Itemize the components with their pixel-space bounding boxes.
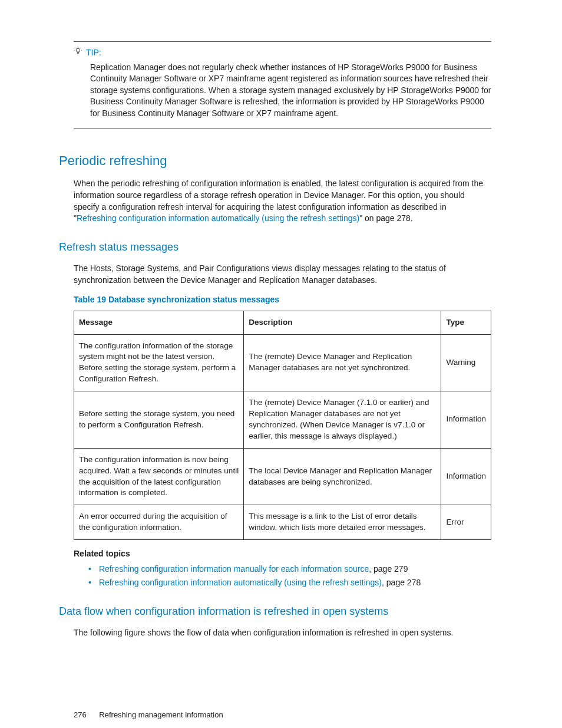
cell-message: The configuration information is now bei… bbox=[74, 448, 244, 505]
table-header-message: Message bbox=[74, 311, 244, 334]
cell-type: Error bbox=[441, 505, 491, 540]
status-messages-table: Message Description Type The configurati… bbox=[74, 311, 491, 540]
list-item: Refreshing configuration information aut… bbox=[88, 577, 491, 589]
table-row: Before setting the storage system, you n… bbox=[74, 391, 491, 449]
data-flow-body: The following figure shows the flow of d… bbox=[74, 627, 491, 639]
page-footer: 276 Refreshing management information bbox=[74, 710, 491, 720]
periodic-refreshing-heading: Periodic refreshing bbox=[59, 152, 491, 170]
related-topics-list: Refreshing configuration information man… bbox=[88, 564, 491, 589]
svg-line-4 bbox=[75, 48, 76, 48]
periodic-body-post: " on page 278. bbox=[359, 213, 413, 223]
tip-label: TIP: bbox=[86, 47, 101, 59]
svg-point-0 bbox=[76, 48, 80, 52]
related-link-manual-refresh[interactable]: Refreshing configuration information man… bbox=[99, 564, 369, 574]
refresh-status-intro: The Hosts, Storage Systems, and Pair Con… bbox=[74, 263, 491, 286]
svg-line-5 bbox=[80, 48, 81, 48]
cell-description: This message is a link to the List of er… bbox=[244, 505, 441, 540]
related-link-suffix: , page 279 bbox=[369, 564, 408, 574]
page-number: 276 bbox=[74, 710, 87, 719]
table-row: An error occurred during the acquisition… bbox=[74, 505, 491, 540]
table-row: The configuration information of the sto… bbox=[74, 334, 491, 391]
refresh-status-heading: Refresh status messages bbox=[59, 240, 491, 255]
footer-title: Refreshing management information bbox=[99, 710, 223, 719]
table-header-type: Type bbox=[441, 311, 491, 334]
table-header-description: Description bbox=[244, 311, 441, 334]
related-topics-heading: Related topics bbox=[74, 548, 491, 560]
cell-type: Information bbox=[441, 448, 491, 505]
tip-callout: TIP: Replication Manager does not regula… bbox=[74, 41, 491, 129]
table-caption: Table 19 Database synchronization status… bbox=[74, 294, 491, 306]
table-row: The configuration information is now bei… bbox=[74, 448, 491, 505]
cell-description: The (remote) Device Manager and Replicat… bbox=[244, 334, 441, 391]
periodic-refresh-settings-link[interactable]: Refreshing configuration information aut… bbox=[77, 213, 359, 223]
cell-message: Before setting the storage system, you n… bbox=[74, 391, 244, 449]
lightbulb-icon bbox=[74, 47, 82, 59]
cell-message: An error occurred during the acquisition… bbox=[74, 505, 244, 540]
cell-type: Information bbox=[441, 391, 491, 449]
tip-body: Replication Manager does not regularly c… bbox=[90, 62, 491, 120]
related-link-suffix: , page 278 bbox=[382, 578, 421, 587]
list-item: Refreshing configuration information man… bbox=[88, 564, 491, 575]
data-flow-heading: Data flow when configuration information… bbox=[59, 604, 491, 619]
related-link-auto-refresh[interactable]: Refreshing configuration information aut… bbox=[99, 578, 382, 587]
cell-description: The local Device Manager and Replication… bbox=[244, 448, 441, 505]
cell-type: Warning bbox=[441, 334, 491, 391]
cell-description: The (remote) Device Manager (7.1.0 or ea… bbox=[244, 391, 441, 449]
cell-message: The configuration information of the sto… bbox=[74, 334, 244, 391]
periodic-refreshing-body: When the periodic refreshing of configur… bbox=[74, 178, 491, 224]
